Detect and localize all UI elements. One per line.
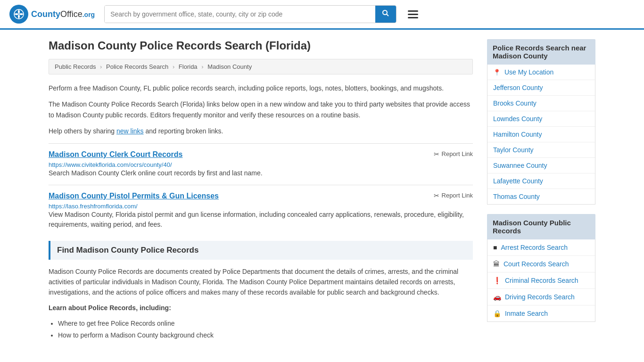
records-inmate[interactable]: 🔒 Inmate Search (487, 305, 595, 321)
breadcrumb-sep-2: › (173, 63, 174, 70)
court-records-link[interactable]: Court Records Search (504, 260, 569, 268)
arrest-records-link[interactable]: Arrest Records Search (501, 244, 568, 251)
record-item-1: Madison County Clerk Court Records ✂ Rep… (49, 143, 473, 178)
nearby-lowndes[interactable]: Lowndes County (487, 111, 595, 127)
desc-p3-suffix: and reporting broken links. (144, 127, 223, 135)
desc-p3-prefix: Help others by sharing (49, 127, 116, 135)
breadcrumb-sep-1: › (100, 63, 102, 70)
records-list: ■ Arrest Records Search 🏛 Court Records … (487, 239, 595, 322)
record-1-link[interactable]: Madison County Clerk Court Records (49, 150, 182, 158)
main-container: Madison County Police Records Search (Fl… (39, 30, 605, 351)
logo-text: CountyOffice.org (31, 9, 95, 19)
bullet-2: How to perform a Madison County backgrou… (58, 329, 473, 341)
svg-point-1 (383, 10, 387, 15)
breadcrumb: Public Records › Police Records Search ›… (49, 59, 473, 74)
nearby-taylor[interactable]: Taylor County (487, 142, 595, 158)
breadcrumb-police-records[interactable]: Police Records Search (106, 63, 168, 70)
section-header: Find Madison County Police Records (49, 241, 473, 260)
criminal-records-link[interactable]: Criminal Records Search (505, 277, 578, 284)
record-2-title: Madison County Pistol Permits & Gun Lice… (49, 192, 219, 200)
report-icon-1: ✂ (434, 150, 439, 158)
site-header: CountyOffice.org (0, 0, 644, 30)
page-title: Madison County Police Records Search (Fl… (49, 39, 473, 52)
record-2-desc: View Madison County, Florida pistol perm… (49, 210, 473, 230)
court-icon: 🏛 (493, 260, 500, 268)
brooks-county-link[interactable]: Brooks County (493, 99, 537, 107)
record-2-link[interactable]: Madison County Pistol Permits & Gun Lice… (49, 192, 219, 200)
hamilton-county-link[interactable]: Hamilton County (493, 131, 542, 138)
breadcrumb-florida[interactable]: Florida (179, 63, 198, 70)
search-bar (104, 5, 396, 23)
nearby-suwannee[interactable]: Suwannee County (487, 158, 595, 173)
desc-p3: Help others by sharing new links and rep… (49, 126, 473, 136)
records-court[interactable]: 🏛 Court Records Search (487, 256, 595, 272)
public-records-section: Madison County Public Records ■ Arrest R… (487, 214, 595, 322)
section-bullets-list: Where to get free Police Records online … (58, 318, 473, 341)
nearby-list: 📍 Use My Location Jefferson County Brook… (487, 65, 595, 205)
records-criminal[interactable]: ❗ Criminal Records Search (487, 272, 595, 289)
desc-p1: Perform a free Madison County, FL public… (49, 83, 473, 93)
section-body: Madison County Police Records are docume… (49, 266, 473, 342)
breadcrumb-sep-3: › (201, 63, 203, 70)
report-icon-2: ✂ (434, 192, 439, 199)
location-pin-icon: 📍 (493, 69, 501, 76)
svg-line-2 (387, 14, 388, 16)
taylor-county-link[interactable]: Taylor County (493, 146, 534, 154)
menu-button[interactable] (406, 8, 420, 20)
desc-p2: The Madison County Police Records Search… (49, 99, 473, 120)
search-button[interactable] (375, 6, 396, 23)
nearby-hamilton[interactable]: Hamilton County (487, 127, 595, 142)
inmate-search-link[interactable]: Inmate Search (505, 310, 548, 317)
report-label-1: Report Link (442, 150, 473, 157)
section-learn-heading: Learn about Police Records, including: (49, 303, 473, 313)
criminal-icon: ❗ (493, 277, 501, 284)
inmate-icon: 🔒 (493, 310, 501, 317)
search-input[interactable] (105, 6, 375, 23)
lafayette-county-link[interactable]: Lafayette County (493, 177, 543, 185)
record-1-url[interactable]: https://www.civitekflorida.com/ocrs/coun… (49, 161, 172, 168)
driving-icon: 🚗 (493, 293, 501, 301)
thomas-county-link[interactable]: Thomas County (493, 193, 540, 200)
use-my-location-link[interactable]: Use My Location (504, 68, 553, 76)
records-heading: Madison County Public Records (487, 214, 595, 239)
records-driving[interactable]: 🚗 Driving Records Search (487, 289, 595, 305)
intro-description: Perform a free Madison County, FL public… (49, 83, 473, 137)
sidebar: Police Records Search near Madison Count… (487, 39, 595, 342)
content-area: Madison County Police Records Search (Fl… (49, 39, 473, 342)
nearby-use-location[interactable]: 📍 Use My Location (487, 65, 595, 80)
report-link-2[interactable]: ✂ Report Link (434, 192, 473, 199)
new-links-link[interactable]: new links (116, 127, 144, 135)
logo-icon (9, 5, 28, 24)
report-link-1[interactable]: ✂ Report Link (434, 150, 473, 158)
nearby-lafayette[interactable]: Lafayette County (487, 173, 595, 189)
bullet-1: Where to get free Police Records online (58, 318, 473, 329)
driving-records-link[interactable]: Driving Records Search (505, 293, 575, 301)
nearby-heading: Police Records Search near Madison Count… (487, 39, 595, 65)
logo-link[interactable]: CountyOffice.org (9, 5, 95, 24)
jefferson-county-link[interactable]: Jefferson County (493, 84, 543, 91)
record-item-2: Madison County Pistol Permits & Gun Lice… (49, 185, 473, 230)
lowndes-county-link[interactable]: Lowndes County (493, 115, 542, 123)
record-1-desc: Search Madison County Clerk online court… (49, 168, 473, 178)
breadcrumb-madison-county: Madison County (207, 63, 252, 70)
section-desc-p1: Madison County Police Records are docume… (49, 266, 473, 298)
breadcrumb-public-records[interactable]: Public Records (55, 63, 96, 70)
suwannee-county-link[interactable]: Suwannee County (493, 162, 547, 169)
report-label-2: Report Link (442, 192, 473, 199)
nearby-jefferson[interactable]: Jefferson County (487, 80, 595, 96)
record-2-url[interactable]: https://laso.freshfromflorida.com/ (49, 203, 138, 210)
records-arrest[interactable]: ■ Arrest Records Search (487, 239, 595, 256)
nearby-thomas[interactable]: Thomas County (487, 189, 595, 204)
nearby-brooks[interactable]: Brooks County (487, 96, 595, 111)
arrest-icon: ■ (493, 244, 497, 251)
nearby-section: Police Records Search near Madison Count… (487, 39, 595, 205)
record-1-title: Madison County Clerk Court Records (49, 150, 182, 159)
